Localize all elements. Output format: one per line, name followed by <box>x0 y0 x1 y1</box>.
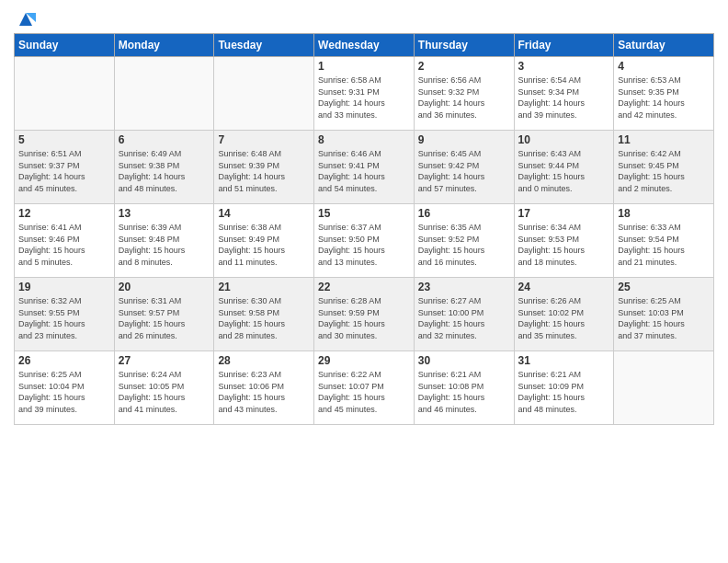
calendar-cell: 20Sunrise: 6:31 AM Sunset: 9:57 PM Dayli… <box>114 278 214 351</box>
day-info: Sunrise: 6:32 AM Sunset: 9:55 PM Dayligh… <box>18 295 110 341</box>
calendar-cell: 21Sunrise: 6:30 AM Sunset: 9:58 PM Dayli… <box>214 278 314 351</box>
calendar-cell: 16Sunrise: 6:35 AM Sunset: 9:52 PM Dayli… <box>414 204 514 278</box>
calendar-cell: 25Sunrise: 6:25 AM Sunset: 10:03 PM Dayl… <box>614 278 714 351</box>
calendar-cell: 30Sunrise: 6:21 AM Sunset: 10:08 PM Dayl… <box>414 351 514 425</box>
weekday-header-saturday: Saturday <box>614 34 714 57</box>
calendar-cell: 6Sunrise: 6:49 AM Sunset: 9:38 PM Daylig… <box>114 131 214 204</box>
day-info: Sunrise: 6:21 AM Sunset: 10:08 PM Daylig… <box>418 369 510 415</box>
calendar-cell: 18Sunrise: 6:33 AM Sunset: 9:54 PM Dayli… <box>614 204 714 278</box>
logo-icon <box>16 9 36 29</box>
day-info: Sunrise: 6:43 AM Sunset: 9:44 PM Dayligh… <box>518 148 610 194</box>
day-number: 6 <box>119 133 210 146</box>
calendar-cell <box>614 351 714 425</box>
day-number: 15 <box>318 207 410 220</box>
calendar-cell: 19Sunrise: 6:32 AM Sunset: 9:55 PM Dayli… <box>15 278 115 351</box>
day-number: 19 <box>18 281 110 293</box>
calendar-cell: 14Sunrise: 6:38 AM Sunset: 9:49 PM Dayli… <box>214 204 314 278</box>
day-info: Sunrise: 6:35 AM Sunset: 9:52 PM Dayligh… <box>418 222 510 268</box>
day-info: Sunrise: 6:56 AM Sunset: 9:32 PM Dayligh… <box>418 75 510 121</box>
calendar-cell <box>15 57 115 131</box>
weekday-header-friday: Friday <box>514 34 614 57</box>
day-info: Sunrise: 6:34 AM Sunset: 9:53 PM Dayligh… <box>518 222 610 268</box>
calendar-cell: 22Sunrise: 6:28 AM Sunset: 9:59 PM Dayli… <box>314 278 415 351</box>
day-info: Sunrise: 6:46 AM Sunset: 9:41 PM Dayligh… <box>318 148 410 194</box>
calendar-cell: 4Sunrise: 6:53 AM Sunset: 9:35 PM Daylig… <box>614 57 714 131</box>
day-info: Sunrise: 6:28 AM Sunset: 9:59 PM Dayligh… <box>318 295 410 341</box>
calendar-cell: 8Sunrise: 6:46 AM Sunset: 9:41 PM Daylig… <box>314 131 415 204</box>
day-info: Sunrise: 6:37 AM Sunset: 9:50 PM Dayligh… <box>318 222 410 268</box>
day-number: 13 <box>119 207 210 220</box>
day-number: 16 <box>418 207 510 220</box>
calendar-week-row: 1Sunrise: 6:58 AM Sunset: 9:31 PM Daylig… <box>15 57 714 131</box>
day-info: Sunrise: 6:39 AM Sunset: 9:48 PM Dayligh… <box>119 222 210 268</box>
day-number: 4 <box>618 60 710 73</box>
day-number: 20 <box>119 281 210 293</box>
calendar-cell: 1Sunrise: 6:58 AM Sunset: 9:31 PM Daylig… <box>314 57 415 131</box>
calendar-table: SundayMondayTuesdayWednesdayThursdayFrid… <box>14 33 714 425</box>
day-info: Sunrise: 6:25 AM Sunset: 10:04 PM Daylig… <box>18 369 110 415</box>
day-number: 23 <box>418 281 510 293</box>
day-info: Sunrise: 6:41 AM Sunset: 9:46 PM Dayligh… <box>18 222 110 268</box>
day-number: 21 <box>218 281 310 293</box>
calendar-cell: 7Sunrise: 6:48 AM Sunset: 9:39 PM Daylig… <box>214 131 314 204</box>
weekday-header-tuesday: Tuesday <box>214 34 314 57</box>
day-info: Sunrise: 6:49 AM Sunset: 9:38 PM Dayligh… <box>119 148 210 194</box>
day-number: 31 <box>518 354 610 367</box>
day-info: Sunrise: 6:23 AM Sunset: 10:06 PM Daylig… <box>218 369 310 415</box>
calendar-cell: 31Sunrise: 6:21 AM Sunset: 10:09 PM Dayl… <box>514 351 614 425</box>
weekday-header-sunday: Sunday <box>15 34 115 57</box>
calendar-cell: 9Sunrise: 6:45 AM Sunset: 9:42 PM Daylig… <box>414 131 514 204</box>
day-number: 2 <box>418 60 510 73</box>
day-number: 12 <box>18 207 110 220</box>
page: SundayMondayTuesdayWednesdayThursdayFrid… <box>0 0 728 563</box>
day-number: 11 <box>618 133 710 146</box>
day-info: Sunrise: 6:31 AM Sunset: 9:57 PM Dayligh… <box>119 295 210 341</box>
calendar-cell: 26Sunrise: 6:25 AM Sunset: 10:04 PM Dayl… <box>15 351 115 425</box>
calendar-cell: 5Sunrise: 6:51 AM Sunset: 9:37 PM Daylig… <box>15 131 115 204</box>
weekday-header-row: SundayMondayTuesdayWednesdayThursdayFrid… <box>15 34 714 57</box>
day-number: 29 <box>318 354 410 367</box>
calendar-cell: 29Sunrise: 6:22 AM Sunset: 10:07 PM Dayl… <box>314 351 415 425</box>
calendar-cell: 10Sunrise: 6:43 AM Sunset: 9:44 PM Dayli… <box>514 131 614 204</box>
day-number: 8 <box>318 133 410 146</box>
weekday-header-monday: Monday <box>114 34 214 57</box>
weekday-header-wednesday: Wednesday <box>314 34 415 57</box>
day-info: Sunrise: 6:30 AM Sunset: 9:58 PM Dayligh… <box>218 295 310 341</box>
day-info: Sunrise: 6:45 AM Sunset: 9:42 PM Dayligh… <box>418 148 510 194</box>
day-number: 27 <box>119 354 210 367</box>
day-number: 24 <box>518 281 610 293</box>
calendar-cell: 24Sunrise: 6:26 AM Sunset: 10:02 PM Dayl… <box>514 278 614 351</box>
calendar-cell <box>114 57 214 131</box>
calendar-cell: 2Sunrise: 6:56 AM Sunset: 9:32 PM Daylig… <box>414 57 514 131</box>
day-number: 22 <box>318 281 410 293</box>
day-info: Sunrise: 6:58 AM Sunset: 9:31 PM Dayligh… <box>318 75 410 121</box>
weekday-header-thursday: Thursday <box>414 34 514 57</box>
day-info: Sunrise: 6:51 AM Sunset: 9:37 PM Dayligh… <box>18 148 110 194</box>
day-info: Sunrise: 6:42 AM Sunset: 9:45 PM Dayligh… <box>618 148 710 194</box>
header <box>14 9 714 26</box>
calendar-cell: 11Sunrise: 6:42 AM Sunset: 9:45 PM Dayli… <box>614 131 714 204</box>
day-info: Sunrise: 6:53 AM Sunset: 9:35 PM Dayligh… <box>618 75 710 121</box>
calendar-cell: 28Sunrise: 6:23 AM Sunset: 10:06 PM Dayl… <box>214 351 314 425</box>
day-number: 7 <box>218 133 310 146</box>
day-info: Sunrise: 6:26 AM Sunset: 10:02 PM Daylig… <box>518 295 610 341</box>
calendar-cell: 3Sunrise: 6:54 AM Sunset: 9:34 PM Daylig… <box>514 57 614 131</box>
calendar-cell: 27Sunrise: 6:24 AM Sunset: 10:05 PM Dayl… <box>114 351 214 425</box>
calendar-cell: 23Sunrise: 6:27 AM Sunset: 10:00 PM Dayl… <box>414 278 514 351</box>
day-info: Sunrise: 6:27 AM Sunset: 10:00 PM Daylig… <box>418 295 510 341</box>
calendar-week-row: 12Sunrise: 6:41 AM Sunset: 9:46 PM Dayli… <box>15 204 714 278</box>
day-info: Sunrise: 6:24 AM Sunset: 10:05 PM Daylig… <box>119 369 210 415</box>
day-number: 10 <box>518 133 610 146</box>
day-info: Sunrise: 6:22 AM Sunset: 10:07 PM Daylig… <box>318 369 410 415</box>
day-info: Sunrise: 6:38 AM Sunset: 9:49 PM Dayligh… <box>218 222 310 268</box>
day-info: Sunrise: 6:21 AM Sunset: 10:09 PM Daylig… <box>518 369 610 415</box>
day-info: Sunrise: 6:48 AM Sunset: 9:39 PM Dayligh… <box>218 148 310 194</box>
day-number: 26 <box>18 354 110 367</box>
calendar-cell: 13Sunrise: 6:39 AM Sunset: 9:48 PM Dayli… <box>114 204 214 278</box>
day-info: Sunrise: 6:33 AM Sunset: 9:54 PM Dayligh… <box>618 222 710 268</box>
day-number: 18 <box>618 207 710 220</box>
calendar-cell: 15Sunrise: 6:37 AM Sunset: 9:50 PM Dayli… <box>314 204 415 278</box>
day-number: 5 <box>18 133 110 146</box>
logo <box>14 9 36 26</box>
day-info: Sunrise: 6:25 AM Sunset: 10:03 PM Daylig… <box>618 295 710 341</box>
